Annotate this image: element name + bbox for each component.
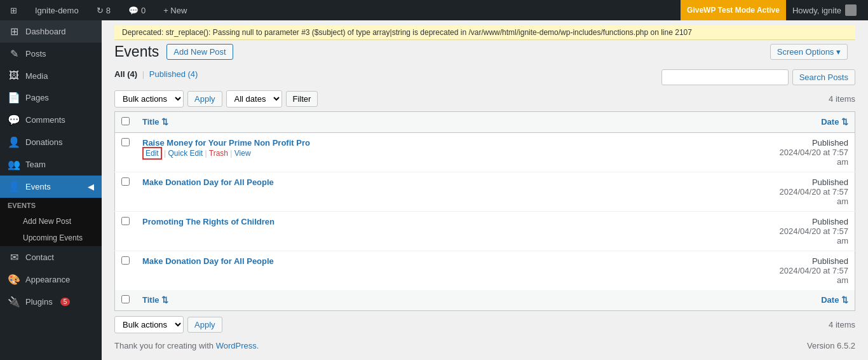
- team-icon: 👥: [8, 158, 20, 170]
- sidebar-item-plugins[interactable]: 🔌 Plugins 5: [0, 291, 102, 313]
- sidebar-item-events[interactable]: 👤 Events ◀: [0, 176, 102, 198]
- post-date: 2024/04/20 at 7:57 am: [780, 187, 848, 206]
- filter-button[interactable]: Filter: [286, 91, 318, 107]
- footer-version: Version 6.5.2: [807, 341, 855, 350]
- updates[interactable]: ↻ 8: [92, 0, 116, 20]
- sidebar-item-contact[interactable]: ✉ Contact: [0, 246, 102, 268]
- row-action-quick-edit[interactable]: Quick Edit: [168, 149, 203, 158]
- new-content[interactable]: + New: [158, 0, 192, 20]
- sidebar-pages-label: Pages: [25, 93, 49, 102]
- row-action-trash[interactable]: Trash: [209, 149, 228, 158]
- plugins-icon: 🔌: [8, 296, 20, 308]
- dashboard-icon: ⊞: [8, 25, 20, 38]
- search-posts-button[interactable]: Search Posts: [792, 69, 855, 85]
- row-checkbox[interactable]: [121, 138, 130, 146]
- row-checkbox[interactable]: [121, 177, 130, 186]
- sidebar-item-appearance[interactable]: 🎨 Appearance: [0, 268, 102, 291]
- donations-icon: 👤: [8, 136, 20, 148]
- check-all-bottom[interactable]: [121, 295, 130, 303]
- site-name[interactable]: Ignite-demo: [30, 0, 84, 20]
- sidebar-dashboard-label: Dashboard: [25, 27, 66, 36]
- footer-thank-you: Thank you for creating with WordPress.: [114, 341, 259, 350]
- updates-count: 8: [106, 6, 111, 15]
- upcoming-events-label: Upcoming Events: [23, 233, 83, 242]
- screen-options-button[interactable]: Screen Options ▾: [770, 44, 848, 60]
- main-content: Deprecated: str_replace(): Passing null …: [102, 20, 868, 360]
- bulk-actions-select-bottom[interactable]: Bulk actions: [114, 316, 184, 333]
- row-action-edit[interactable]: Edit: [142, 147, 162, 160]
- date-filter-select[interactable]: All dates: [226, 90, 282, 107]
- post-date: 2024/04/20 at 7:57 am: [780, 226, 848, 246]
- post-title-link[interactable]: Raise Money for Your Prime Non Profit Pr…: [142, 138, 310, 148]
- check-all-top[interactable]: [121, 117, 130, 125]
- sidebar-submenu-add-new[interactable]: Add New Post: [0, 213, 102, 230]
- givewp-badge[interactable]: GiveWP Test Mode Active: [681, 0, 786, 20]
- post-status: Published: [812, 177, 848, 187]
- add-new-button[interactable]: Add New Post: [166, 44, 233, 60]
- filter-search-row: All (4) | Published (4) Search Posts: [114, 69, 855, 85]
- col-title-header[interactable]: Title ⇅: [136, 111, 760, 132]
- apply-button-top[interactable]: Apply: [187, 91, 222, 107]
- row-checkbox[interactable]: [121, 256, 130, 265]
- sidebar-item-posts[interactable]: ✎ Posts: [0, 43, 102, 65]
- avatar: [845, 4, 857, 16]
- sidebar-submenu-upcoming[interactable]: Upcoming Events: [0, 230, 102, 246]
- howdy-section[interactable]: Howdy, ignite: [786, 0, 863, 20]
- items-count-bottom: 4 items: [829, 320, 855, 329]
- sidebar-item-team[interactable]: 👥 Team: [0, 153, 102, 176]
- appearance-icon: 🎨: [8, 273, 20, 286]
- pages-icon: 📄: [8, 92, 20, 104]
- add-new-post-label: Add New Post: [23, 217, 71, 226]
- new-label: + New: [163, 6, 187, 15]
- search-input[interactable]: [661, 69, 789, 85]
- comment-icon: 💬: [128, 6, 139, 15]
- apply-button-bottom[interactable]: Apply: [187, 317, 222, 333]
- wp-logo[interactable]: ⊞: [5, 0, 22, 20]
- post-title-link[interactable]: Make Donation Day for All People: [142, 177, 274, 187]
- post-date: 2024/04/20 at 7:57 am: [780, 266, 848, 285]
- refresh-icon: ↻: [97, 6, 104, 15]
- col-date-footer[interactable]: Date ⇅: [760, 290, 855, 311]
- sidebar-item-media[interactable]: 🖼 Media: [0, 65, 102, 87]
- post-status: Published: [812, 256, 848, 266]
- notice-text: Deprecated: str_replace(): Passing null …: [122, 28, 692, 37]
- row-checkbox[interactable]: [121, 217, 130, 225]
- sidebar-team-label: Team: [25, 160, 46, 169]
- sidebar-item-donations[interactable]: 👤 Donations: [0, 131, 102, 153]
- sidebar-plugins-label: Plugins: [25, 297, 53, 307]
- search-bar: Search Posts: [661, 69, 855, 85]
- table-row: Promoting The Rights of ChildrenPublishe…: [115, 211, 855, 251]
- bulk-actions-select-top[interactable]: Bulk actions: [114, 90, 184, 107]
- notice-bar: Deprecated: str_replace(): Passing null …: [114, 25, 855, 40]
- collapse-icon: ◀: [88, 182, 94, 191]
- comments[interactable]: 💬 0: [123, 0, 151, 20]
- col-check-all-bottom: [115, 290, 137, 311]
- events-icon: 👤: [8, 181, 20, 193]
- sidebar-media-label: Media: [25, 71, 48, 81]
- col-check-all: [115, 111, 137, 132]
- col-title-footer[interactable]: Title ⇅: [136, 290, 760, 311]
- comments-count: 0: [141, 6, 146, 15]
- table-row: Make Donation Day for All PeoplePublishe…: [115, 172, 855, 211]
- wp-link[interactable]: WordPress: [216, 341, 257, 350]
- wp-footer: Thank you for creating with WordPress. V…: [114, 341, 855, 350]
- table-row: Make Donation Day for All PeoplePublishe…: [115, 251, 855, 290]
- sidebar-item-dashboard[interactable]: ⊞ Dashboard: [0, 20, 102, 43]
- row-actions: Edit | Quick Edit | Trash | View: [142, 149, 754, 158]
- filter-tab-all[interactable]: All (4): [114, 69, 137, 79]
- site-name-label: Ignite-demo: [35, 6, 79, 15]
- sidebar-appearance-label: Appearance: [25, 275, 70, 284]
- filter-tab-published[interactable]: Published (4): [149, 69, 198, 79]
- post-title-link[interactable]: Promoting The Rights of Children: [142, 217, 275, 226]
- post-title-link[interactable]: Make Donation Day for All People: [142, 256, 274, 266]
- posts-table: Title ⇅ Date ⇅ Raise Money for Your Prim…: [114, 111, 855, 311]
- row-action-view[interactable]: View: [234, 149, 251, 158]
- admin-bar: ⊞ Ignite-demo ↻ 8 💬 0 + New GiveWP Test …: [0, 0, 868, 20]
- bottom-actions-row: Bulk actions Apply 4 items: [114, 316, 855, 333]
- sidebar-comments-label: Comments: [25, 115, 65, 125]
- col-date-header[interactable]: Date ⇅: [760, 111, 855, 132]
- top-actions-row: Bulk actions Apply All dates Filter 4 it…: [114, 90, 855, 107]
- sidebar-item-pages[interactable]: 📄 Pages: [0, 87, 102, 109]
- sidebar-item-comments[interactable]: 💬 Comments: [0, 109, 102, 131]
- wp-icon: ⊞: [10, 6, 17, 15]
